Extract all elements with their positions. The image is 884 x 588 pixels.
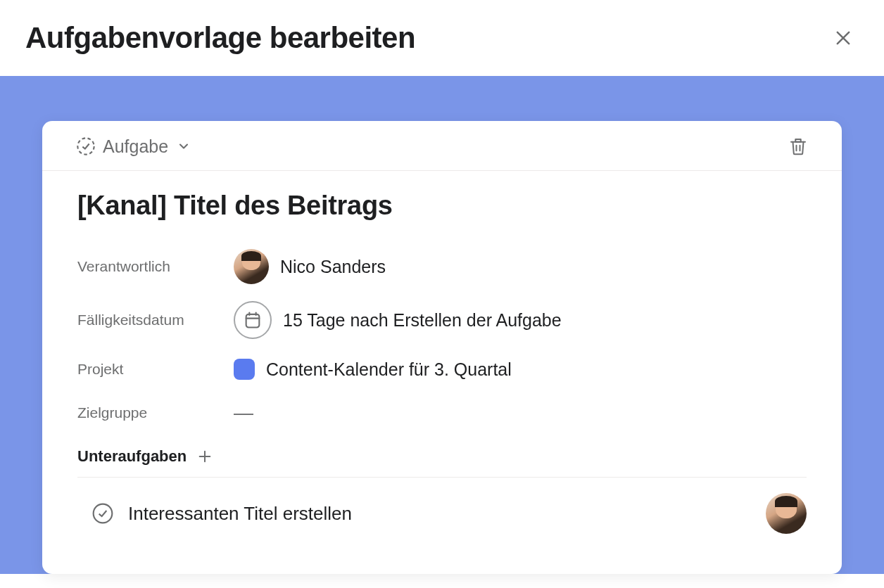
project-color-chip	[234, 359, 255, 380]
modal-title: Aufgabenvorlage bearbeiten	[25, 21, 415, 55]
project-label: Projekt	[77, 361, 234, 378]
task-type-selector[interactable]: Aufgabe	[76, 136, 191, 157]
due-date-value[interactable]: 15 Tage nach Erstellen der Aufgabe	[234, 301, 562, 339]
close-button[interactable]	[829, 24, 857, 52]
delete-button[interactable]	[787, 135, 809, 158]
chevron-down-icon	[177, 139, 191, 153]
due-date-row: Fälligkeitsdatum 15 Tage nach Erstellen …	[77, 293, 807, 347]
assignee-name: Nico Sanders	[280, 257, 386, 277]
check-circle-dashed-icon	[76, 136, 96, 156]
check-circle-icon[interactable]	[91, 502, 114, 525]
task-card: Aufgabe [Kanal] Titel des Beitrags Ver	[42, 121, 842, 574]
svg-point-2	[77, 138, 94, 154]
assignee-value[interactable]: Nico Sanders	[234, 249, 386, 284]
project-row: Projekt Content-Kalender für 3. Quartal	[77, 347, 807, 391]
subtask-list: Interessanten Titel erstellen	[77, 477, 807, 549]
assignee-row: Verantwortlich Nico Sanders	[77, 241, 807, 293]
subtask-title: Interessanten Titel erstellen	[128, 503, 752, 525]
card-body: [Kanal] Titel des Beitrags Verantwortlic…	[42, 171, 842, 549]
subtasks-header: Unteraufgaben	[77, 435, 807, 473]
avatar[interactable]	[766, 493, 807, 534]
add-subtask-button[interactable]	[196, 448, 213, 465]
due-date-label: Fälligkeitsdatum	[77, 312, 234, 328]
plus-icon	[197, 449, 213, 464]
task-type-label: Aufgabe	[103, 136, 168, 157]
audience-empty: —	[234, 402, 253, 424]
modal-body-bg: Aufgabe [Kanal] Titel des Beitrags Ver	[0, 76, 884, 574]
svg-rect-5	[246, 314, 260, 328]
avatar	[234, 249, 269, 284]
audience-row: Zielgruppe —	[77, 391, 807, 435]
project-value[interactable]: Content-Kalender für 3. Quartal	[234, 359, 512, 380]
card-header: Aufgabe	[42, 121, 842, 171]
audience-label: Zielgruppe	[77, 404, 234, 421]
assignee-label: Verantwortlich	[77, 258, 234, 275]
project-name: Content-Kalender für 3. Quartal	[266, 359, 512, 380]
due-date-text: 15 Tage nach Erstellen der Aufgabe	[283, 310, 562, 331]
subtasks-label: Unteraufgaben	[77, 447, 187, 466]
close-icon	[833, 28, 853, 48]
trash-icon	[788, 136, 809, 157]
task-title[interactable]: [Kanal] Titel des Beitrags	[77, 191, 807, 221]
modal-header: Aufgabenvorlage bearbeiten	[0, 0, 884, 76]
calendar-icon-wrap	[234, 301, 272, 339]
audience-value[interactable]: —	[234, 402, 253, 424]
subtask-item[interactable]: Interessanten Titel erstellen	[77, 478, 807, 549]
calendar-icon	[243, 310, 263, 330]
svg-point-11	[94, 504, 113, 523]
